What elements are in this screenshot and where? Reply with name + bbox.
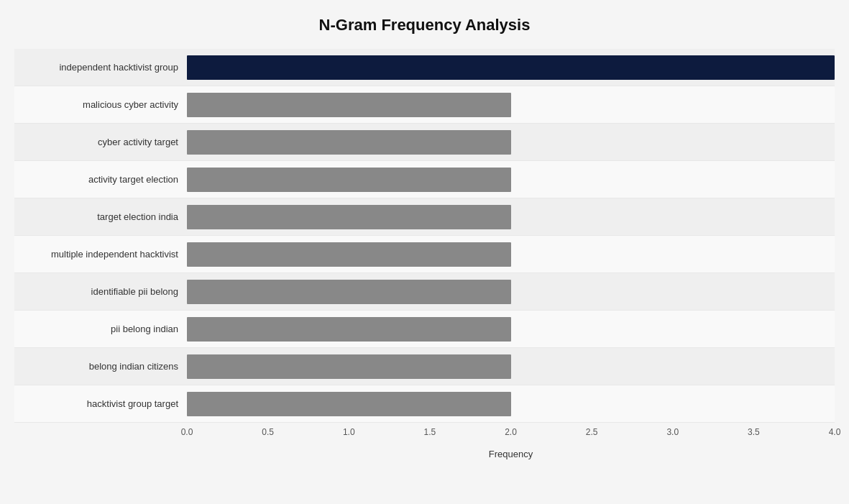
bar-track xyxy=(187,236,835,272)
bar-track xyxy=(187,273,835,310)
x-axis-spacer xyxy=(14,427,187,449)
bar-fill xyxy=(187,168,511,192)
bar-track xyxy=(187,161,835,198)
bar-track xyxy=(187,385,835,422)
bar-fill xyxy=(187,130,511,155)
chart-area: independent hacktivist groupmalicious cy… xyxy=(14,49,835,423)
bar-label: hacktivist group target xyxy=(14,398,187,409)
bar-fill xyxy=(187,93,511,117)
bar-track xyxy=(187,198,835,235)
chart-container: N-Gram Frequency Analysis independent ha… xyxy=(0,1,849,503)
bar-label: multiple independent hacktivist xyxy=(14,249,187,260)
chart-title: N-Gram Frequency Analysis xyxy=(14,16,835,35)
bar-row: malicious cyber activity xyxy=(14,86,835,124)
bar-label: independent hacktivist group xyxy=(14,62,187,73)
x-axis-label: Frequency xyxy=(187,449,835,459)
x-tick: 4.0 xyxy=(829,427,841,437)
bar-label: malicious cyber activity xyxy=(14,99,187,110)
bar-row: independent hacktivist group xyxy=(14,49,835,86)
bar-label: belong indian citizens xyxy=(14,361,187,372)
bar-label: identifiable pii belong xyxy=(14,286,187,297)
x-tick: 0.5 xyxy=(262,427,274,437)
bar-fill xyxy=(187,242,511,267)
x-axis-ticks: 0.00.51.01.52.02.53.03.54.0 xyxy=(187,427,835,449)
bar-track xyxy=(187,86,835,123)
bar-row: identifiable pii belong xyxy=(14,273,835,311)
x-tick: 0.0 xyxy=(181,427,193,437)
x-axis-area: 0.00.51.01.52.02.53.03.54.0 xyxy=(14,427,835,449)
bar-label: pii belong indian xyxy=(14,324,187,334)
x-tick: 1.5 xyxy=(424,427,436,437)
x-tick: 1.0 xyxy=(343,427,355,437)
bar-fill xyxy=(187,317,511,342)
x-tick: 3.5 xyxy=(748,427,760,437)
x-axis-label-row: Frequency xyxy=(14,449,835,459)
bar-fill xyxy=(187,280,511,304)
bar-fill xyxy=(187,205,511,229)
x-tick: 2.5 xyxy=(586,427,598,437)
bar-row: target election india xyxy=(14,198,835,236)
bar-track xyxy=(187,124,835,160)
bar-row: belong indian citizens xyxy=(14,348,835,385)
x-tick: 3.0 xyxy=(666,427,679,437)
bar-label: cyber activity target xyxy=(14,137,187,147)
bar-label: target election india xyxy=(14,211,187,222)
bar-track xyxy=(187,348,835,385)
x-tick: 2.0 xyxy=(505,427,517,437)
bar-track xyxy=(187,311,835,347)
bar-row: pii belong indian xyxy=(14,311,835,348)
bar-row: hacktivist group target xyxy=(14,385,835,423)
bar-row: activity target election xyxy=(14,161,835,198)
bar-fill xyxy=(187,392,511,416)
bar-label: activity target election xyxy=(14,174,187,185)
bar-row: multiple independent hacktivist xyxy=(14,236,835,273)
bar-fill xyxy=(187,354,511,379)
bar-row: cyber activity target xyxy=(14,124,835,161)
bar-fill xyxy=(187,55,835,80)
bar-track xyxy=(187,49,835,86)
